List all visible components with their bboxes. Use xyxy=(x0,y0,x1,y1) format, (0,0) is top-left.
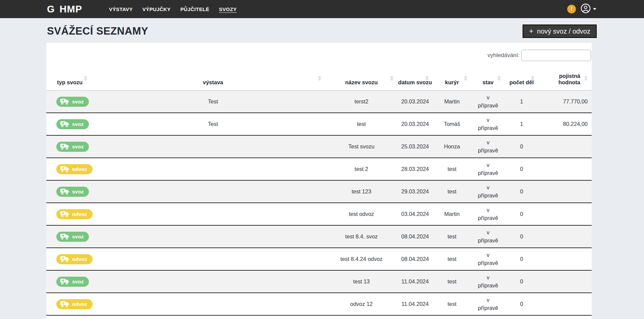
cell-kuryr: Martin xyxy=(433,203,471,225)
badge-label: odvoz xyxy=(72,256,87,262)
cell-stav: v přípravě xyxy=(471,180,505,203)
cell-pocet-del: 1 xyxy=(505,91,538,113)
logo-g: G xyxy=(47,4,55,15)
cell-typ-svozu: svoz xyxy=(46,225,101,248)
svoz-badge: svoz xyxy=(56,97,89,107)
table-card: vyhledávání: typ svozuvýstavanázev svozu… xyxy=(46,43,592,319)
cell-kuryr: Martin xyxy=(433,91,471,113)
truck-icon xyxy=(60,188,69,195)
svoz-badge: svoz xyxy=(56,187,89,197)
cell-stav: v přípravě xyxy=(471,158,505,180)
sort-icon[interactable] xyxy=(425,76,429,81)
column-header-stav[interactable]: stav xyxy=(471,62,505,91)
nav-item-svozy[interactable]: SVOZY xyxy=(219,6,237,12)
truck-icon xyxy=(60,301,69,308)
column-header-label: kurýr xyxy=(445,79,459,85)
column-header-počet-děl[interactable]: počet děl xyxy=(505,62,538,91)
cell-vystava xyxy=(101,180,325,203)
badge-label: svoz xyxy=(72,189,84,195)
badge-label: odvoz xyxy=(72,301,87,307)
cell-pojistna-hodnota xyxy=(538,225,592,248)
user-icon xyxy=(581,3,591,15)
table-row[interactable]: odvoztest 228.03.2024testv přípravě0 xyxy=(46,158,592,180)
odvoz-badge: odvoz xyxy=(56,164,93,174)
cell-vystava xyxy=(101,293,325,315)
column-header-kurýr[interactable]: kurýr xyxy=(433,62,471,91)
table-row[interactable]: odvozodvoz 1211.04.2024testv přípravě0 xyxy=(46,293,592,315)
table-row[interactable]: odvoztest 8.4.24 odvoz08.04.2024testv př… xyxy=(46,248,592,270)
cell-datum-svozu: 08.04.2024 xyxy=(397,225,433,248)
column-header-název-svozu[interactable]: název svozu xyxy=(325,62,397,91)
cell-datum-svozu: 20.03.2024 xyxy=(397,113,433,135)
cell-datum-svozu: 03.04.2024 xyxy=(397,203,433,225)
table-row[interactable]: svoztest 8.4. svoz08.04.2024testv přípra… xyxy=(46,225,592,248)
cell-pocet-del: 0 xyxy=(505,225,538,248)
new-svoz-button[interactable]: + nový svoz / odvoz xyxy=(523,25,597,38)
sort-icon[interactable] xyxy=(318,76,321,81)
column-header-výstava[interactable]: výstava xyxy=(101,62,325,91)
cell-pocet-del: 0 xyxy=(505,293,538,315)
cell-datum-svozu: 08.04.2024 xyxy=(397,248,433,270)
cell-typ-svozu: svoz xyxy=(46,135,101,158)
odvoz-badge: odvoz xyxy=(56,299,93,309)
column-header-label: typ svozu xyxy=(57,79,83,85)
table-row[interactable]: odvoztest odvoz03.04.2024Martinv příprav… xyxy=(46,203,592,225)
column-header-typ-svozu[interactable]: typ svozu xyxy=(46,62,101,91)
cell-pojistna-hodnota xyxy=(538,270,592,293)
badge-label: svoz xyxy=(72,279,84,285)
cell-datum-svozu: 25.03.2024 xyxy=(397,135,433,158)
table-row[interactable]: svoztest 1311.04.2024testv přípravě0 xyxy=(46,270,592,293)
cell-pocet-del: 1 xyxy=(505,113,538,135)
cell-stav: v přípravě xyxy=(471,248,505,270)
cell-pocet-del: 0 xyxy=(505,248,538,270)
sort-icon[interactable] xyxy=(464,76,467,81)
cell-datum-svozu: 28.03.2024 xyxy=(397,158,433,180)
cell-nazev-svozu: test 13 xyxy=(325,270,397,293)
cell-kuryr: Honza xyxy=(433,135,471,158)
app-logo[interactable]: G HMP xyxy=(47,4,82,15)
column-header-pojistná-hodnota[interactable]: pojistná hodnota xyxy=(538,62,592,91)
cell-pojistna-hodnota xyxy=(538,158,592,180)
column-header-datum-svozu[interactable]: datum svozu xyxy=(397,62,433,91)
page-header: SVÁŽECÍ SEZNAMY + nový svoz / odvoz xyxy=(0,18,644,38)
nav-item-vypujcky[interactable]: VÝPUJČKY xyxy=(143,6,171,12)
truck-icon xyxy=(60,256,69,263)
column-header-label: počet děl xyxy=(509,79,534,85)
cell-typ-svozu: svoz xyxy=(46,270,101,293)
cell-stav: v přípravě xyxy=(471,135,505,158)
cell-pojistna-hodnota xyxy=(538,203,592,225)
cell-pocet-del: 0 xyxy=(505,135,538,158)
svoz-badge: svoz xyxy=(56,232,89,242)
cell-stav: v přípravě xyxy=(471,91,505,113)
table-row[interactable]: svozTestterst220.03.2024Martinv přípravě… xyxy=(46,91,592,113)
sort-icon[interactable] xyxy=(531,76,534,81)
sort-icon[interactable] xyxy=(84,76,87,81)
cell-vystava xyxy=(101,270,325,293)
cell-typ-svozu: odvoz xyxy=(46,248,101,270)
column-header-label: stav xyxy=(482,79,493,85)
cell-pojistna-hodnota: 80.224,00 xyxy=(538,113,592,135)
sort-icon[interactable] xyxy=(390,76,393,81)
search-input[interactable] xyxy=(521,50,591,61)
table-row[interactable]: svoztest 12329.03.2024testv přípravě0 xyxy=(46,180,592,203)
cell-pocet-del: 0 xyxy=(505,180,538,203)
cell-typ-svozu: svoz xyxy=(46,180,101,203)
cell-vystava xyxy=(101,203,325,225)
truck-icon xyxy=(60,143,69,150)
truck-icon xyxy=(60,278,69,285)
table-row[interactable]: svozTest svozu25.03.2024Honzav přípravě0 xyxy=(46,135,592,158)
table-row[interactable]: svozTesttest20.03.2024Tomášv přípravě180… xyxy=(46,113,592,135)
search-row: vyhledávání: xyxy=(46,43,592,62)
sort-icon[interactable] xyxy=(497,76,501,81)
cell-nazev-svozu: odvoz 12 xyxy=(325,293,397,315)
nav-item-pujcitele[interactable]: PŮJČITELÉ xyxy=(180,6,209,12)
cell-kuryr: test xyxy=(433,248,471,270)
alert-icon[interactable]: ! xyxy=(567,5,576,13)
sort-icon[interactable] xyxy=(584,76,588,81)
cell-vystava xyxy=(101,158,325,180)
badge-label: svoz xyxy=(72,144,84,150)
svoz-badge: svoz xyxy=(56,277,89,287)
badge-label: svoz xyxy=(72,99,84,105)
nav-item-vystavy[interactable]: VÝSTAVY xyxy=(109,6,133,12)
user-menu[interactable] xyxy=(581,3,596,15)
